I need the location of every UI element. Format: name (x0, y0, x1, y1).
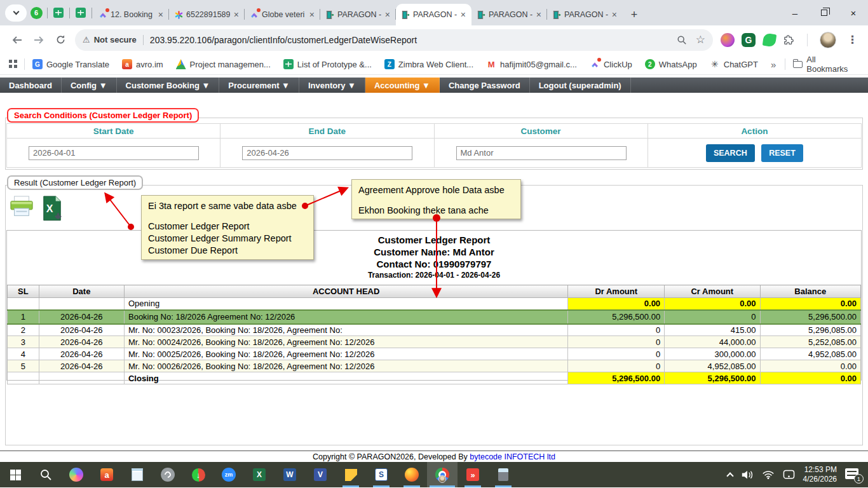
bookmark-star-icon[interactable]: ☆ (696, 33, 705, 46)
tab-paragon-3[interactable]: PARAGON - × (547, 4, 623, 25)
tab-paragon-2[interactable]: PARAGON - × (471, 4, 547, 25)
taskbar-clock[interactable]: 12:53 PM 4/26/2026 (803, 465, 837, 484)
green-eye-extension-icon[interactable] (763, 33, 776, 47)
zoom-icon: zm (222, 468, 236, 482)
tab-close-icon[interactable]: × (157, 10, 165, 20)
nav-item[interactable]: Dashboard (0, 78, 62, 93)
nav-item-label: Logout (superadmin) (539, 81, 621, 90)
taskbar-sticky-notes[interactable] (336, 462, 366, 487)
apps-grid-icon[interactable] (9, 60, 18, 69)
cell-cr-amount: 0.00 (665, 298, 760, 310)
back-button[interactable] (6, 29, 28, 51)
bookmark-prototype-list[interactable]: List of Prototype &... (283, 59, 372, 69)
extensions-puzzle-icon[interactable] (783, 34, 795, 46)
menu-kebab-icon[interactable]: ⋮ (843, 33, 862, 46)
taskbar-copilot[interactable] (61, 462, 92, 487)
taskbar-avro-keyboard[interactable]: a (92, 462, 122, 487)
taskbar-search-button[interactable] (31, 462, 61, 487)
start-button[interactable] (0, 462, 31, 487)
ledger-row[interactable]: 4 2026-04-26 Mr. No: 00025/2026, Booking… (8, 348, 861, 360)
tab-booking[interactable]: 12. Booking × (93, 4, 169, 25)
tab-paragon-1[interactable]: PARAGON - × (320, 4, 396, 25)
cell-sl: 3 (8, 336, 39, 348)
search-button[interactable]: SEARCH (706, 144, 755, 162)
reload-button[interactable] (50, 29, 71, 51)
developer-link[interactable]: bytecode INFOTECH ltd (470, 452, 555, 461)
tab-close-icon[interactable]: × (535, 10, 543, 20)
minimize-button[interactable]: – (780, 0, 810, 25)
ledger-row[interactable]: 2 2026-04-26 Mr. No: 00023/2026, Booking… (8, 324, 861, 336)
tab-close-icon[interactable]: × (611, 10, 618, 20)
taskbar-excel[interactable]: X (244, 462, 275, 487)
pinned-tab-whatsapp[interactable]: 6 (27, 3, 46, 23)
bookmark-clickup[interactable]: ClickUp (590, 59, 632, 69)
excel-export-icon[interactable]: X (41, 196, 63, 222)
restore-button[interactable] (810, 0, 839, 25)
taskbar-zoom[interactable]: zm (214, 462, 244, 487)
close-button[interactable]: × (839, 0, 868, 25)
ledger-row[interactable]: Closing 5,296,500.00 5,296,500.00 0.00 (8, 372, 861, 384)
ledger-row[interactable]: 1 2026-04-26 Booking No: 18/2026 Agreeme… (8, 310, 861, 324)
taskbar-visio[interactable]: V (305, 462, 336, 487)
taskbar-calculator[interactable] (488, 462, 519, 487)
taskbar-firefox[interactable] (397, 462, 427, 487)
url-text[interactable]: 203.95.220.106/paragon/clientInfo/custom… (150, 35, 677, 45)
pinned-tab-sheets-1[interactable] (49, 3, 68, 23)
meet-now-icon[interactable] (783, 470, 795, 479)
search-icon[interactable] (677, 35, 687, 45)
nav-item[interactable]: Customer Booking ▼ (117, 78, 220, 93)
taskbar-notepad[interactable] (122, 462, 153, 487)
gradient-extension-icon[interactable] (721, 33, 735, 47)
tab-globe-veteri[interactable]: Globe veteri × (245, 4, 320, 25)
tab-close-icon[interactable]: × (308, 10, 316, 20)
start-date-input[interactable] (29, 146, 199, 160)
wifi-icon[interactable] (762, 470, 775, 480)
print-icon[interactable] (10, 196, 34, 217)
taskbar-idm[interactable]: ↓ (183, 462, 214, 487)
reset-button[interactable]: RESET (761, 144, 803, 162)
nav-item[interactable]: Logout (superadmin) (530, 78, 631, 93)
tab-paragon-active[interactable]: PARAGON - × (396, 4, 471, 25)
bookmark-gmail[interactable]: Mhafijmit05@gmail.c... (486, 59, 577, 69)
all-bookmarks-label[interactable]: All Bookmarks (806, 55, 859, 74)
bookmark-project-management[interactable]: Project managemen... (176, 59, 271, 69)
bookmark-whatsapp[interactable]: 2WhatsApp (645, 59, 697, 69)
ledger-row[interactable]: 3 2026-04-26 Mr. No: 00024/2026, Booking… (8, 336, 861, 348)
nav-item[interactable]: Change Password (440, 78, 530, 93)
customer-input[interactable] (456, 146, 627, 160)
nav-item[interactable]: Procurement ▼ (219, 78, 299, 93)
taskbar-ssms[interactable]: S (366, 462, 397, 487)
forward-button[interactable] (28, 29, 50, 51)
ledger-row[interactable]: 5 2026-04-26 Mr. No: 00026/2026, Booking… (8, 360, 861, 372)
bookmark-google-translate[interactable]: GGoogle Translate (32, 59, 109, 69)
security-label[interactable]: Not secure (94, 35, 137, 44)
bookmark-label: Project managemen... (190, 60, 271, 69)
pinned-tab-sheets-2[interactable] (71, 3, 90, 23)
bookmark-zimbra[interactable]: ZZimbra Web Client... (384, 59, 473, 69)
notification-center-button[interactable]: 1 (845, 468, 862, 482)
nav-item[interactable]: Config ▼ (62, 78, 117, 93)
tray-expand-icon[interactable] (726, 472, 733, 479)
profile-avatar[interactable] (820, 32, 836, 48)
new-tab-button[interactable]: + (625, 6, 643, 24)
whatsapp-icon (161, 468, 175, 482)
bookmark-chatgpt[interactable]: ✳ChatGPT (710, 59, 758, 69)
bookmark-avro[interactable]: aavro.im (122, 59, 163, 69)
address-bar[interactable]: ⚠ Not secure 203.95.220.106/paragon/clie… (75, 29, 713, 51)
tab-close-icon[interactable]: × (384, 10, 391, 20)
ledger-row[interactable]: Opening 0.00 0.00 0.00 (8, 298, 861, 310)
tab-close-icon[interactable]: × (233, 10, 240, 20)
volume-icon[interactable] (741, 470, 754, 480)
taskbar-word[interactable]: W (275, 462, 305, 487)
tab-numbers[interactable]: 6522891589 × (169, 4, 245, 25)
taskbar-whatsapp[interactable] (153, 462, 183, 487)
tab-close-icon[interactable]: × (459, 10, 467, 20)
end-date-input[interactable] (242, 146, 412, 160)
tab-list-button[interactable] (5, 4, 27, 22)
nav-item[interactable]: Inventory ▼ (299, 78, 365, 93)
taskbar-anydesk[interactable]: » (458, 462, 488, 487)
bookmarks-overflow-icon[interactable]: » (771, 59, 776, 70)
taskbar-chrome-active[interactable] (427, 462, 458, 487)
grammarly-extension-icon[interactable]: G (742, 33, 756, 47)
nav-item[interactable]: Accounting ▼ (365, 78, 440, 93)
